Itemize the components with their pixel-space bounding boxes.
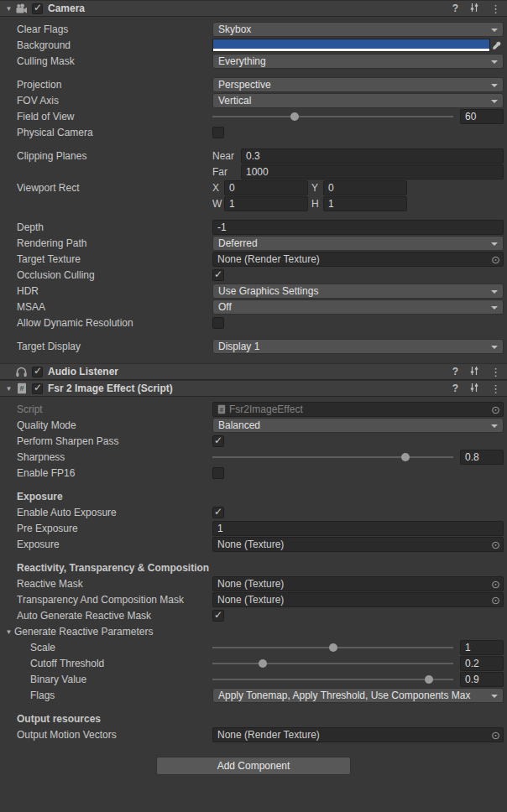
kebab-menu-icon[interactable]: ⋮	[490, 367, 501, 377]
clear-flags-dropdown[interactable]: Skybox	[212, 22, 504, 37]
camera-header[interactable]: ▼ Camera ? ⋮	[0, 0, 507, 17]
script-object-field: # Fsr2ImageEffect ⊙	[212, 402, 504, 417]
quality-mode-dropdown[interactable]: Balanced	[212, 418, 504, 433]
component-title: Camera	[48, 3, 85, 14]
object-value: None (Texture)	[217, 594, 284, 606]
object-picker-icon[interactable]: ⊙	[491, 539, 500, 551]
quality-mode-label: Quality Mode	[0, 419, 212, 431]
value-text: 60	[465, 111, 476, 122]
presets-icon[interactable]	[469, 366, 479, 378]
chevron-down-icon	[491, 695, 498, 698]
cutoff-threshold-value[interactable]: 0.2	[460, 656, 504, 671]
fsr2-enabled-checkbox[interactable]	[32, 383, 43, 394]
reactive-mask-object-field[interactable]: None (Texture) ⊙	[212, 576, 504, 591]
cutoff-threshold-slider[interactable]	[212, 656, 453, 671]
camera-enabled-checkbox[interactable]	[32, 3, 43, 14]
generate-reactive-parameters-foldout[interactable]: ▼ Generate Reactive Parameters	[0, 626, 212, 638]
add-component-button[interactable]: Add Component	[156, 757, 351, 775]
enable-auto-exposure-checkbox[interactable]	[212, 507, 224, 518]
row-clear-flags: Clear Flags Skybox	[0, 22, 504, 37]
physical-camera-checkbox[interactable]	[212, 127, 224, 138]
slider-thumb[interactable]	[259, 659, 267, 668]
presets-icon[interactable]	[469, 383, 479, 395]
script-icon: #	[14, 383, 29, 394]
row-auto-generate-reactive-mask: Auto Generate Reactive Mask	[0, 608, 504, 623]
field-of-view-slider[interactable]	[212, 109, 453, 124]
slider-track	[212, 663, 453, 664]
occlusion-culling-checkbox[interactable]	[212, 269, 224, 281]
slider-track	[212, 679, 453, 680]
foldout-open-icon[interactable]: ▼	[3, 5, 14, 13]
enable-auto-exposure-label: Enable Auto Exposure	[0, 507, 212, 518]
transparency-mask-object-field[interactable]: None (Texture) ⊙	[212, 592, 504, 607]
enable-fp16-checkbox[interactable]	[212, 467, 224, 479]
object-picker-icon[interactable]: ⊙	[491, 729, 500, 742]
projection-label: Projection	[0, 79, 212, 91]
hdr-dropdown[interactable]: Use Graphics Settings	[212, 284, 504, 299]
help-icon[interactable]: ?	[452, 367, 458, 377]
color-swatch[interactable]	[212, 39, 490, 52]
fsr2-body: Script # Fsr2ImageEffect ⊙ Quality Mode …	[0, 397, 507, 752]
auto-generate-reactive-mask-checkbox[interactable]	[212, 610, 224, 622]
camera-icon	[14, 3, 29, 15]
help-icon[interactable]: ?	[452, 3, 458, 13]
viewport-h-field[interactable]: 1	[323, 196, 407, 211]
exposure-object-field[interactable]: None (Texture) ⊙	[212, 537, 504, 552]
value-text: 1	[229, 198, 235, 210]
dropdown-value: Apply Tonemap, Apply Threshold, Use Comp…	[218, 690, 480, 701]
viewport-y-field[interactable]: 0	[323, 180, 407, 195]
fsr2-header[interactable]: ▼ # Fsr 2 Image Effect (Script) ? ⋮	[0, 380, 507, 397]
fov-axis-dropdown[interactable]: Vertical	[212, 93, 504, 108]
culling-mask-dropdown[interactable]: Everything	[212, 54, 504, 69]
binary-value-value[interactable]: 0.9	[460, 672, 504, 687]
headphones-icon	[14, 366, 29, 378]
scale-slider[interactable]	[212, 640, 453, 655]
kebab-menu-icon[interactable]: ⋮	[490, 3, 501, 14]
scale-label: Scale	[0, 642, 212, 653]
slider-thumb[interactable]	[290, 112, 299, 121]
slider-thumb[interactable]	[401, 453, 410, 461]
row-clipping-far: Far 1000	[0, 164, 504, 180]
flags-dropdown[interactable]: Apply Tonemap, Apply Threshold, Use Comp…	[212, 688, 504, 703]
background-color-field[interactable]	[212, 39, 504, 52]
projection-dropdown[interactable]: Perspective	[212, 77, 504, 92]
target-display-dropdown[interactable]: Display 1	[212, 339, 504, 354]
rendering-path-dropdown[interactable]: Deferred	[212, 236, 504, 251]
sharpness-slider[interactable]	[212, 450, 453, 465]
row-enable-fp16: Enable FP16	[0, 466, 504, 481]
audio-listener-header[interactable]: Audio Listener ? ⋮	[0, 363, 507, 380]
audio-listener-enabled-checkbox[interactable]	[32, 367, 43, 377]
object-picker-icon[interactable]: ⊙	[491, 253, 500, 266]
scale-value[interactable]: 1	[460, 640, 504, 655]
sharpness-value[interactable]: 0.8	[460, 450, 504, 465]
kebab-menu-icon[interactable]: ⋮	[490, 383, 501, 394]
slider-thumb[interactable]	[329, 643, 337, 652]
near-field[interactable]: 0.3	[241, 148, 504, 164]
output-motion-vectors-object-field[interactable]: None (Render Texture) ⊙	[212, 727, 504, 742]
presets-icon[interactable]	[469, 3, 479, 15]
viewport-w-field[interactable]: 1	[224, 196, 308, 211]
far-field[interactable]: 1000	[241, 164, 504, 180]
dropdown-value: Use Graphics Settings	[218, 285, 328, 297]
slider-thumb[interactable]	[425, 675, 433, 684]
allow-dynamic-resolution-checkbox[interactable]	[212, 317, 224, 329]
msaa-dropdown[interactable]: Off	[212, 299, 504, 315]
enable-fp16-label: Enable FP16	[0, 467, 212, 479]
help-icon[interactable]: ?	[452, 383, 458, 393]
object-picker-icon[interactable]: ⊙	[491, 403, 500, 416]
depth-label: Depth	[0, 221, 212, 233]
binary-value-slider[interactable]	[212, 672, 453, 687]
foldout-open-icon[interactable]: ▼	[3, 628, 14, 636]
depth-field[interactable]: -1	[212, 220, 504, 235]
foldout-open-icon[interactable]: ▼	[3, 385, 14, 393]
field-of-view-value[interactable]: 60	[460, 109, 504, 124]
fsr2-component: ▼ # Fsr 2 Image Effect (Script) ? ⋮ Scri…	[0, 380, 507, 752]
object-picker-icon[interactable]: ⊙	[491, 594, 500, 606]
object-picker-icon[interactable]: ⊙	[491, 578, 500, 591]
viewport-x-field[interactable]: 0	[224, 180, 308, 195]
eyedropper-icon[interactable]	[490, 40, 504, 50]
field-of-view-label: Field of View	[0, 111, 212, 122]
target-texture-object-field[interactable]: None (Render Texture) ⊙	[212, 252, 504, 267]
pre-exposure-field[interactable]: 1	[212, 521, 504, 536]
perform-sharpen-pass-checkbox[interactable]	[212, 435, 224, 447]
